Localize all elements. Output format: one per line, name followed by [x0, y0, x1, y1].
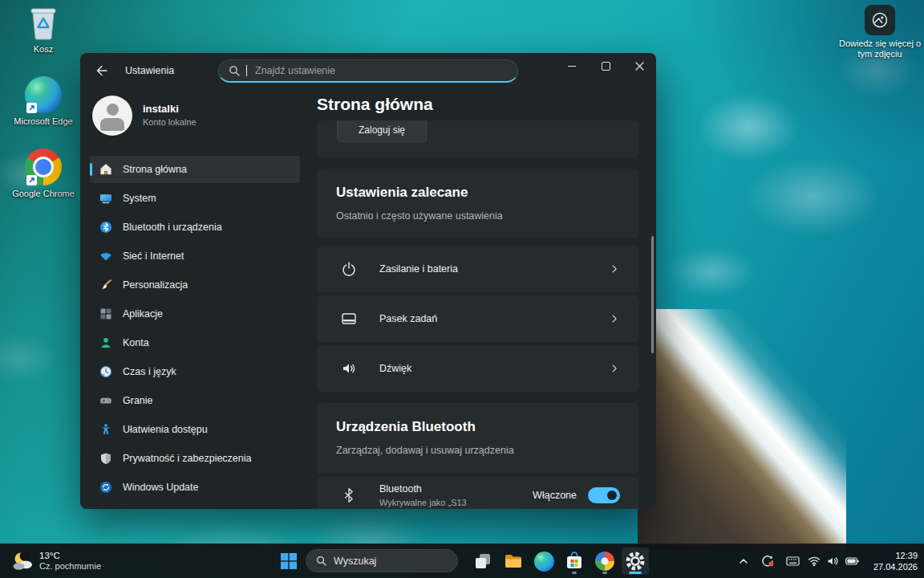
- sidebar-nav: Strona główna System Bluetooth i urządze…: [90, 156, 300, 503]
- section-subtitle: Zarządzaj, dodawaj i usuwaj urządzenia: [336, 445, 620, 456]
- privacy-icon: [99, 452, 112, 465]
- desktop-icon-edge[interactable]: Microsoft Edge: [11, 75, 75, 127]
- quick-setting-taskbar[interactable]: Pasek zadań: [317, 295, 639, 342]
- power-icon: [341, 261, 357, 277]
- toggle-state-label: Włączone: [533, 490, 577, 501]
- system-tray-indicators[interactable]: [804, 549, 862, 573]
- sidebar-item-time-language[interactable]: Czas i język: [90, 358, 300, 385]
- desktop-icon-label: Kosz: [11, 44, 75, 55]
- sidebar-item-privacy-security[interactable]: Prywatność i zabezpieczenia: [90, 445, 300, 472]
- spotlight-label: Dowiedz się więcej o tym zdjęciu: [833, 39, 924, 59]
- tray-overflow-button[interactable]: [734, 549, 753, 573]
- sidebar-item-accessibility[interactable]: Ułatwienia dostępu: [90, 416, 300, 443]
- maximize-button[interactable]: [589, 53, 622, 79]
- search-icon: [229, 65, 240, 76]
- taskbar: 13°C Cz. pochmurnie Wyszukaj: [0, 543, 924, 578]
- store-icon: [565, 552, 584, 571]
- sidebar-item-label: Bluetooth i urządzenia: [123, 222, 222, 233]
- battery-icon: [845, 556, 859, 567]
- start-button[interactable]: [275, 547, 302, 575]
- search-input[interactable]: [253, 64, 508, 77]
- task-view-button[interactable]: [469, 547, 496, 575]
- sidebar-item-label: Czas i język: [123, 366, 176, 377]
- edge-icon: [534, 552, 554, 572]
- desktop-screen: Kosz Microsoft Edge Google Chrome: [0, 0, 924, 578]
- desktop-icon-chrome[interactable]: Google Chrome: [11, 148, 75, 199]
- touch-keyboard-button[interactable]: [782, 549, 803, 573]
- running-indicator: [572, 572, 577, 574]
- text-caret: [246, 65, 247, 76]
- user-avatar[interactable]: [92, 96, 132, 136]
- tray-time: 12:39: [873, 550, 918, 561]
- settings-search-box[interactable]: [218, 59, 518, 83]
- bluetooth-label: Bluetooth: [379, 483, 533, 495]
- touch-keyboard-icon: [786, 556, 800, 567]
- close-button[interactable]: [622, 53, 656, 79]
- windows-update-icon: [99, 481, 112, 494]
- quick-setting-sound[interactable]: Dźwięk: [317, 345, 639, 392]
- sidebar-item-apps[interactable]: Aplikacje: [90, 300, 300, 328]
- taskbar-search[interactable]: Wyszukaj: [306, 549, 458, 572]
- sidebar-item-gaming[interactable]: Granie: [90, 387, 300, 414]
- accounts-icon: [99, 336, 112, 349]
- bluetooth-toggle-row: Bluetooth Wykrywalne jako „S13 Włączone: [317, 477, 639, 509]
- sidebar-item-personalization[interactable]: Personalizacja: [90, 271, 300, 299]
- sign-in-button[interactable]: Zaloguj się: [337, 120, 427, 142]
- recycle-bin-icon: [11, 3, 75, 42]
- page-title: Strona główna: [317, 95, 433, 114]
- task-view-icon: [474, 552, 492, 570]
- paint-button[interactable]: [591, 547, 618, 575]
- sidebar-item-accounts[interactable]: Konta: [90, 329, 300, 356]
- running-indicator: [602, 572, 607, 574]
- store-button[interactable]: [561, 547, 588, 575]
- section-title: Ustawienia zalecane: [336, 185, 620, 201]
- weather-widget[interactable]: 13°C Cz. pochmurnie: [6, 547, 106, 576]
- user-name: instalki: [143, 103, 179, 115]
- sign-in-card: Zaloguj się: [317, 120, 639, 157]
- minimize-button[interactable]: [555, 53, 589, 79]
- sidebar-item-network-internet[interactable]: Sieć i Internet: [90, 242, 300, 270]
- file-explorer-button[interactable]: [500, 547, 527, 575]
- spotlight-learn-more[interactable]: Dowiedz się więcej o tym zdjęciu: [833, 5, 924, 59]
- time-language-icon: [99, 365, 112, 378]
- edge-button[interactable]: [530, 547, 557, 575]
- close-icon: [635, 62, 644, 71]
- toggle-knob: [607, 490, 617, 500]
- sidebar-item-label: Windows Update: [123, 482, 199, 493]
- windows-logo-icon: [279, 552, 298, 571]
- gaming-icon: [99, 394, 112, 407]
- update-restart-icon: [761, 555, 774, 568]
- minimize-icon: [568, 66, 576, 67]
- back-button[interactable]: [90, 60, 114, 81]
- home-icon: [99, 163, 112, 176]
- spotlight-picture-icon: [865, 5, 895, 35]
- recommended-settings-card: Ustawienia zalecane Ostatnio i często uż…: [317, 169, 639, 238]
- sidebar-item-bluetooth-devices[interactable]: Bluetooth i urządzenia: [90, 214, 300, 241]
- bluetooth-toggle[interactable]: [588, 487, 620, 503]
- quick-setting-label: Zasilanie i bateria: [379, 263, 609, 275]
- desktop-icon-recycle-bin[interactable]: Kosz: [11, 3, 75, 55]
- system-icon: [99, 192, 112, 205]
- update-restart-tray-button[interactable]: [757, 549, 778, 573]
- sidebar-item-label: Prywatność i zabezpieczenia: [123, 453, 252, 464]
- shortcut-arrow-icon: [26, 175, 37, 185]
- back-arrow-icon: [95, 63, 109, 78]
- sidebar-item-label: Strona główna: [123, 164, 187, 175]
- chevron-up-icon: [739, 556, 748, 566]
- search-icon: [316, 556, 326, 566]
- sidebar-item-label: Konta: [123, 337, 149, 348]
- sidebar-item-label: System: [123, 193, 156, 204]
- chrome-icon: [11, 148, 75, 186]
- quick-setting-power-battery[interactable]: Zasilanie i bateria: [317, 246, 639, 292]
- settings-app-button[interactable]: [622, 547, 649, 575]
- file-explorer-icon: [504, 552, 523, 571]
- wallpaper-cliff: [638, 309, 846, 550]
- tray-clock[interactable]: 12:39 27.04.2026: [873, 550, 918, 572]
- scrollbar-thumb[interactable]: [651, 236, 654, 353]
- sidebar-item-home[interactable]: Strona główna: [90, 156, 300, 183]
- user-account-type: Konto lokalne: [143, 117, 197, 127]
- sidebar-item-windows-update[interactable]: Windows Update: [90, 474, 300, 501]
- sidebar-item-system[interactable]: System: [90, 185, 300, 212]
- chevron-right-icon: [609, 363, 620, 374]
- chevron-right-icon: [609, 313, 620, 324]
